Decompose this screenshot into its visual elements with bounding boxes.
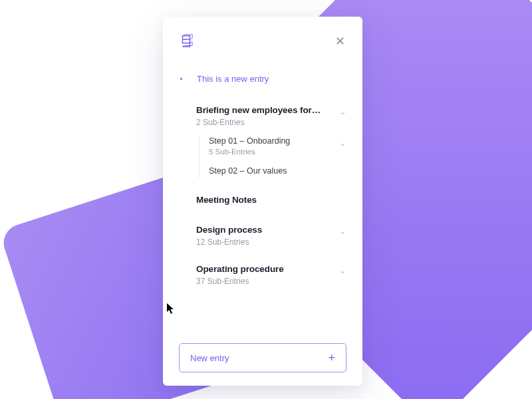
logo-icon — [179, 34, 194, 51]
panel-header: ✕ — [179, 34, 346, 51]
child-entry-item[interactable]: Step 01 – Onboarding 5 Sub-Entries ⌄ — [209, 136, 346, 156]
entry-title: Meeting Notes — [196, 195, 257, 205]
bullet-icon — [180, 78, 182, 80]
entry-title: Design process — [196, 225, 262, 235]
child-title: Step 02 – Our values — [209, 166, 287, 176]
entry-item[interactable]: Briefing new employees for… 2 Sub-Entrie… — [196, 105, 346, 178]
plus-icon: + — [328, 352, 335, 364]
entry-item[interactable]: Meeting Notes — [196, 195, 346, 207]
entry-item[interactable]: Design process 12 Sub-Entries ⌄ — [196, 225, 346, 247]
child-title: Step 01 – Onboarding — [209, 136, 290, 146]
entry-subcount: 2 Sub-Entries — [196, 118, 321, 127]
close-button[interactable]: ✕ — [334, 34, 346, 49]
entry-children: Step 01 – Onboarding 5 Sub-Entries ⌄ Ste… — [199, 136, 346, 178]
chevron-down-icon[interactable]: ⌄ — [339, 106, 346, 116]
entry-title: Operating procedure — [196, 264, 284, 274]
child-subcount: 5 Sub-Entries — [209, 148, 290, 156]
entry-item-new[interactable]: This is a new entry — [180, 74, 346, 84]
entry-item[interactable]: Operating procedure 37 Sub-Entries ⌄ — [196, 264, 346, 286]
entry-subcount: 37 Sub-Entries — [196, 277, 284, 286]
chevron-down-icon[interactable]: ⌄ — [339, 265, 346, 275]
close-icon: ✕ — [335, 35, 345, 48]
child-entry-item[interactable]: Step 02 – Our values — [209, 166, 346, 178]
new-entry-label: New entry — [190, 353, 229, 363]
entry-title: Briefing new employees for… — [196, 105, 321, 115]
chevron-down-icon[interactable]: ⌄ — [339, 138, 346, 148]
entries-list: This is a new entry Briefing new employe… — [179, 74, 346, 343]
sidebar-panel: ✕ This is a new entry Briefing new emplo… — [163, 17, 362, 386]
entry-subcount: 12 Sub-Entries — [196, 237, 262, 247]
entry-new-title: This is a new entry — [197, 74, 269, 84]
new-entry-button[interactable]: New entry + — [179, 343, 346, 372]
chevron-down-icon[interactable]: ⌄ — [339, 226, 346, 236]
